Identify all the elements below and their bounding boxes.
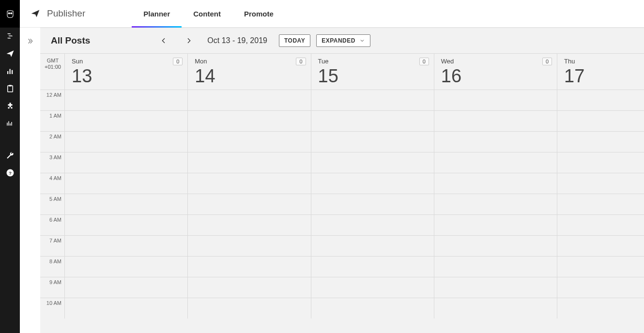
calendar-cell[interactable]: [311, 90, 434, 110]
owl-logo[interactable]: [0, 0, 20, 28]
calendar-cell[interactable]: [187, 298, 310, 318]
calendar-cell[interactable]: [311, 152, 434, 173]
calendar-cell[interactable]: [434, 215, 557, 235]
apps-icon[interactable]: [0, 97, 20, 115]
hour-row: 2 AM: [40, 131, 644, 152]
calendar-cell[interactable]: [557, 132, 644, 152]
date-nav: [158, 35, 195, 46]
hour-label: 7 AM: [40, 236, 64, 256]
streams-icon[interactable]: [0, 28, 20, 45]
expand-sidebar-button[interactable]: [20, 28, 40, 333]
calendar-cell[interactable]: [434, 236, 557, 256]
calendar-cell[interactable]: [311, 257, 434, 277]
tab-content[interactable]: Content: [182, 0, 232, 27]
calendar-cell[interactable]: [187, 257, 310, 277]
calendar-cell[interactable]: [187, 90, 310, 110]
hour-label: 6 AM: [40, 215, 64, 235]
hour-row: 1 AM: [40, 110, 644, 131]
calendar-cell[interactable]: [311, 194, 434, 214]
calendar-cell[interactable]: [557, 236, 644, 256]
calendar-cell[interactable]: [64, 277, 187, 298]
calendar-cell[interactable]: [557, 277, 644, 298]
brand-title: Publisher: [47, 8, 85, 19]
calendar-cell[interactable]: [187, 194, 310, 214]
calendar-cell[interactable]: [311, 132, 434, 152]
post-count-badge: 0: [419, 58, 429, 65]
help-icon[interactable]: ?: [0, 164, 20, 182]
day-number: 14: [195, 66, 306, 87]
calendar-cell[interactable]: [557, 90, 644, 110]
calendar-grid: 12 AM 1 AM 2 AM: [40, 90, 644, 333]
calendar-cell[interactable]: [187, 152, 310, 173]
calendar-cell[interactable]: [557, 257, 644, 277]
calendar-header: GMT +01:00 Sun 13 0 Mon 14 0 Tue: [40, 53, 644, 90]
calendar-cell[interactable]: [311, 111, 434, 131]
chevron-down-icon: [359, 38, 365, 44]
post-count-badge: 0: [173, 58, 183, 65]
calendar-cell[interactable]: [64, 90, 187, 110]
calendar-cell[interactable]: [311, 277, 434, 298]
calendar-cell[interactable]: [64, 152, 187, 173]
today-button[interactable]: TODAY: [279, 34, 310, 47]
tab-planner[interactable]: Planner: [132, 0, 182, 27]
calendar-cell[interactable]: [434, 257, 557, 277]
calendar-cell[interactable]: [557, 298, 644, 318]
svg-rect-11: [10, 123, 11, 126]
hour-row: 8 AM: [40, 256, 644, 277]
calendar-cell[interactable]: [434, 277, 557, 298]
calendar-cell[interactable]: [187, 173, 310, 194]
prev-week-button[interactable]: [158, 35, 169, 46]
hour-label: 5 AM: [40, 194, 64, 214]
analytics-icon[interactable]: [0, 62, 20, 80]
day-number: 13: [72, 66, 183, 87]
day-header-mon: Mon 14 0: [187, 54, 310, 90]
view-select[interactable]: EXPANDED: [316, 34, 370, 47]
next-week-button[interactable]: [183, 35, 195, 46]
calendar-cell[interactable]: [187, 111, 310, 131]
calendar-cell[interactable]: [557, 111, 644, 131]
calendar-cell[interactable]: [187, 132, 310, 152]
svg-rect-5: [9, 69, 10, 75]
day-number: 15: [318, 66, 429, 87]
calendar-cell[interactable]: [64, 236, 187, 256]
calendar-cell[interactable]: [434, 173, 557, 194]
calendar-cell[interactable]: [311, 215, 434, 235]
header: Publisher Planner Content Promote: [20, 0, 644, 28]
calendar-cell[interactable]: [434, 152, 557, 173]
header-tabs: Planner Content Promote: [132, 0, 285, 27]
tab-promote[interactable]: Promote: [232, 0, 285, 27]
calendar-cell[interactable]: [187, 215, 310, 235]
svg-rect-10: [8, 121, 9, 126]
svg-rect-9: [7, 123, 8, 126]
tools-icon[interactable]: [0, 147, 20, 164]
svg-rect-6: [12, 70, 13, 74]
calendar-cell[interactable]: [64, 111, 187, 131]
calendar-cell[interactable]: [311, 173, 434, 194]
calendar-cell[interactable]: [311, 298, 434, 318]
calendar-cell[interactable]: [434, 298, 557, 318]
hour-row: 12 AM: [40, 90, 644, 110]
calendar-cell[interactable]: [557, 152, 644, 173]
calendar-cell[interactable]: [187, 277, 310, 298]
calendar-cell[interactable]: [311, 236, 434, 256]
calendar-cell[interactable]: [557, 215, 644, 235]
calendar-cell[interactable]: [434, 111, 557, 131]
calendar-cell[interactable]: [64, 173, 187, 194]
publisher-icon[interactable]: [0, 45, 20, 62]
calendar-cell[interactable]: [434, 132, 557, 152]
calendar-cell[interactable]: [64, 257, 187, 277]
calendar-cell[interactable]: [64, 132, 187, 152]
calendar-cell[interactable]: [434, 90, 557, 110]
calendar-cell[interactable]: [434, 194, 557, 214]
day-header-thu: Thu 17: [557, 54, 644, 90]
day-number: 17: [564, 66, 639, 87]
assignments-icon[interactable]: [0, 80, 20, 97]
calendar-cell[interactable]: [187, 236, 310, 256]
calendar-cell[interactable]: [64, 194, 187, 214]
calendar-cell[interactable]: [557, 173, 644, 194]
calendar-cell[interactable]: [64, 215, 187, 235]
impact-icon[interactable]: [0, 115, 20, 132]
calendar-cell[interactable]: [64, 298, 187, 318]
calendar-cell[interactable]: [557, 194, 644, 214]
date-range: Oct 13 - 19, 2019: [207, 36, 267, 45]
